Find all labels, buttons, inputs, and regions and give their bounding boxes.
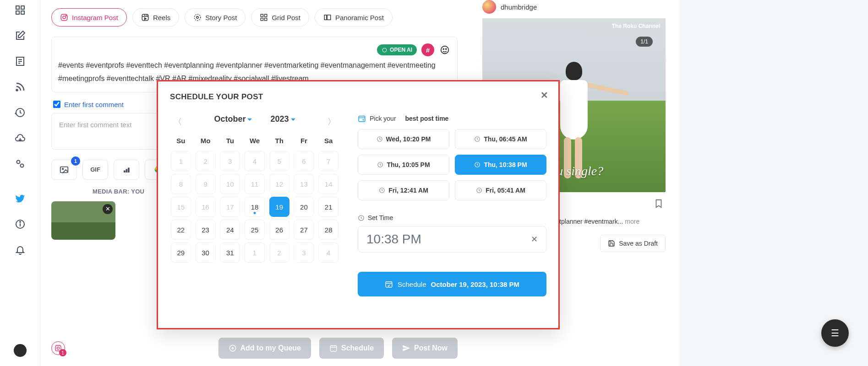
modal-title: SCHEDULE YOUR POST <box>170 92 546 102</box>
tab-story-post[interactable]: Story Post <box>185 8 246 27</box>
svg-point-11 <box>20 164 23 167</box>
calendar-day[interactable]: 28 <box>318 220 338 240</box>
calendar-day[interactable]: 21 <box>318 197 338 217</box>
media-thumbnail[interactable]: ✕ <box>51 201 115 240</box>
svg-point-14 <box>20 221 21 222</box>
calendar-day[interactable]: 29 <box>171 242 191 263</box>
confirm-schedule-button[interactable]: Schedule October 19, 2023, 10:38 PM <box>358 272 546 296</box>
calendar-day[interactable]: 23 <box>196 220 216 240</box>
calendar-day: 2 <box>269 242 289 263</box>
library-button[interactable] <box>114 160 139 180</box>
left-sidebar <box>0 0 40 366</box>
time-slot[interactable]: Thu, 10:38 PM <box>455 155 546 175</box>
calendar-day[interactable]: 25 <box>245 220 265 240</box>
tab-label: Reels <box>153 14 170 22</box>
calendar-day[interactable]: 26 <box>269 220 289 240</box>
time-input[interactable]: 10:38 PM ✕ <box>358 226 546 253</box>
first-comment-checkbox[interactable] <box>53 101 60 108</box>
tab-panoramic-post[interactable]: Panoramic Post <box>315 8 393 27</box>
user-avatar[interactable] <box>14 344 27 357</box>
cloud-download-icon[interactable] <box>14 132 27 145</box>
svg-rect-25 <box>265 14 267 16</box>
tab-label: Grid Post <box>272 14 300 22</box>
twitter-icon[interactable] <box>14 192 27 205</box>
svg-rect-46 <box>359 116 365 122</box>
calendar-day: 11 <box>245 174 265 194</box>
bookmark-icon[interactable] <box>654 199 664 210</box>
calendar-dow: Su <box>170 133 192 148</box>
calendar-day: 1 <box>171 151 191 171</box>
dashboard-icon[interactable] <box>14 4 27 16</box>
time-slot[interactable]: Fri, 05:41 AM <box>455 180 546 200</box>
time-value: 10:38 PM <box>366 232 421 247</box>
tab-instagram-post[interactable]: Instagram Post <box>51 8 127 27</box>
preview-user: dhumbridge <box>482 0 666 18</box>
calendar-next-button[interactable]: 〉 <box>326 114 338 129</box>
media-counter: 1/1 <box>636 37 653 47</box>
calendar-day: 10 <box>220 174 240 194</box>
open-ai-badge[interactable]: OPEN AI <box>377 44 417 55</box>
svg-point-22 <box>195 14 201 21</box>
hashtag-button[interactable]: # <box>421 43 434 56</box>
emoji-button[interactable] <box>439 44 451 56</box>
time-slot[interactable]: Fri, 12:41 AM <box>358 180 449 200</box>
rss-icon[interactable] <box>14 81 27 93</box>
calendar-day: 3 <box>294 242 314 263</box>
calendar-day: 4 <box>245 151 265 171</box>
set-time-label: Set Time <box>358 214 546 221</box>
tab-reels[interactable]: Reels <box>132 8 179 27</box>
calendar-day: 2 <box>196 151 216 171</box>
time-slot[interactable]: Thu, 06:45 AM <box>455 129 546 149</box>
close-icon[interactable]: ✕ <box>540 90 548 101</box>
post-now-button[interactable]: Post Now <box>392 338 458 359</box>
svg-point-16 <box>63 16 66 19</box>
history-icon[interactable] <box>14 106 27 119</box>
svg-point-8 <box>16 90 17 91</box>
svg-rect-26 <box>261 18 263 21</box>
time-slot[interactable]: Thu, 10:05 PM <box>358 155 449 175</box>
compose-icon[interactable] <box>14 29 27 42</box>
settings-icon[interactable] <box>14 157 27 170</box>
info-icon[interactable] <box>14 218 27 231</box>
save-as-draft-button[interactable]: Save as Draft <box>600 235 666 252</box>
schedule-post-modal: SCHEDULE YOUR POST ✕ 〈 October 2023 〉 Su… <box>157 80 560 329</box>
svg-point-10 <box>16 161 20 164</box>
calendar-day[interactable]: 30 <box>196 242 216 263</box>
calendar-day[interactable]: 19 <box>269 197 289 217</box>
calendar-day[interactable]: 22 <box>171 220 191 240</box>
menu-fab[interactable]: ☰ <box>821 319 849 347</box>
time-slot[interactable]: Wed, 10:20 PM <box>358 129 449 149</box>
calendar-day[interactable]: 31 <box>220 242 240 263</box>
calendar-dow: Mo <box>195 133 217 148</box>
calendar-day[interactable]: 27 <box>294 220 314 240</box>
tab-label: Story Post <box>205 14 237 22</box>
calendar-dow: Fr <box>293 133 315 148</box>
schedule-button[interactable]: Schedule <box>319 338 384 359</box>
time-panel: Pick your best post time Wed, 10:20 PMTh… <box>358 114 546 296</box>
svg-rect-2 <box>16 11 19 14</box>
month-select[interactable]: October <box>214 114 252 124</box>
add-to-queue-button[interactable]: Add to my Queue <box>218 338 311 359</box>
svg-rect-42 <box>330 346 337 351</box>
image-upload-button[interactable]: 1 <box>51 160 77 180</box>
clear-time-button[interactable]: ✕ <box>531 234 538 244</box>
svg-point-17 <box>66 15 66 16</box>
calendar-day[interactable]: 20 <box>294 197 314 217</box>
year-select[interactable]: 2023 <box>270 114 295 124</box>
calendar: 〈 October 2023 〉 SuMoTuWeThFrSa123456789… <box>170 114 339 296</box>
calendar-dow: Th <box>268 133 290 148</box>
caption-more[interactable]: more <box>625 218 639 225</box>
document-icon[interactable] <box>14 55 27 68</box>
tab-grid-post[interactable]: Grid Post <box>251 8 309 27</box>
instagram-account-chip[interactable]: 1 <box>51 341 65 355</box>
calendar-day[interactable]: 18 <box>245 197 265 217</box>
gif-button[interactable]: GIF <box>82 160 108 180</box>
svg-rect-29 <box>327 15 331 20</box>
calendar-dow: Sa <box>317 133 339 148</box>
svg-rect-3 <box>21 11 24 14</box>
calendar-prev-button[interactable]: 〈 <box>172 114 184 129</box>
svg-rect-57 <box>386 282 392 287</box>
remove-media-button[interactable]: ✕ <box>103 204 113 214</box>
bell-icon[interactable] <box>14 243 27 256</box>
calendar-day[interactable]: 24 <box>220 220 240 240</box>
